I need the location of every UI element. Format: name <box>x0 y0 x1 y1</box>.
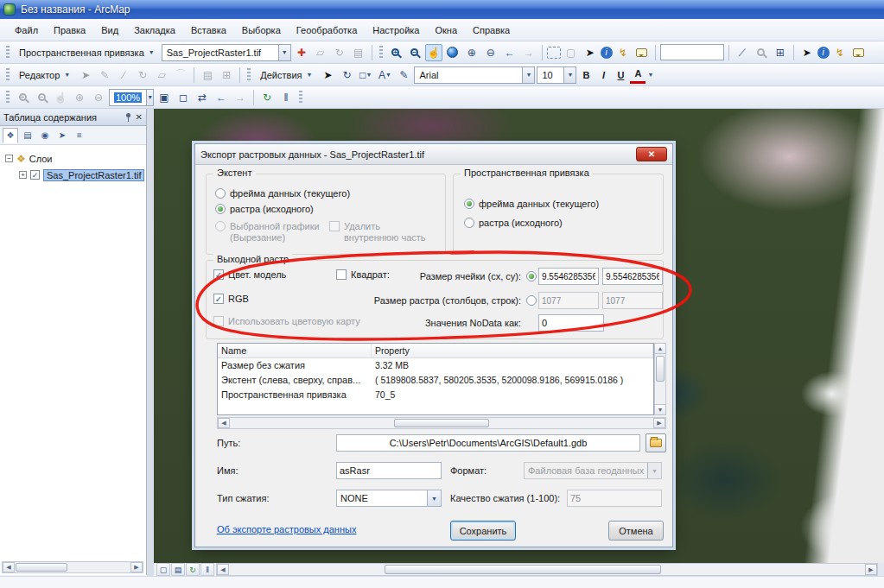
scroll-left-icon[interactable]: ◀ <box>217 564 229 575</box>
pan-tool-icon[interactable]: ☝ <box>425 44 442 61</box>
scroll-right-icon[interactable]: ▶ <box>130 562 143 572</box>
layout-fixed-zoom-in-icon[interactable]: ⊕ <box>71 89 88 106</box>
hyperlink-icon[interactable]: ↯ <box>614 44 632 61</box>
identify-icon[interactable]: i <box>601 47 613 59</box>
dialog-close-button[interactable]: ✕ <box>636 147 667 161</box>
select-features-icon[interactable] <box>547 47 561 59</box>
pause-drawing-icon[interactable]: ‖ <box>200 563 214 576</box>
link-table-icon[interactable]: ▤ <box>350 44 367 61</box>
cancel-button[interactable]: Отмена <box>608 521 664 541</box>
italic-button[interactable]: I <box>595 66 611 84</box>
menu-selection[interactable]: Выборка <box>234 22 289 39</box>
zoom-out-icon[interactable]: − <box>406 44 423 61</box>
menu-geoprocessing[interactable]: Геообработка <box>289 22 366 39</box>
collapse-icon[interactable]: − <box>5 155 13 162</box>
cell-size-radio[interactable] <box>526 271 537 281</box>
full-extent-icon[interactable] <box>444 44 461 61</box>
scroll-left-icon[interactable]: ◀ <box>3 562 15 572</box>
radio-checked-icon[interactable] <box>215 204 226 214</box>
browse-button[interactable] <box>646 433 666 452</box>
layer-visibility-checkbox[interactable]: ✓ <box>30 170 40 180</box>
font-size-combo[interactable]: 10 ▼ <box>537 66 576 84</box>
xy-icon[interactable]: ⊞ <box>772 44 789 61</box>
pause-drawing-icon[interactable]: ‖ <box>277 89 295 106</box>
table-row[interactable]: Экстент (слева, сверху, справ... ( 51898… <box>218 373 653 388</box>
drawing-dropdown[interactable]: Действия ▼ <box>255 68 317 82</box>
editor-dropdown[interactable]: Редактор ▼ <box>14 68 75 82</box>
panel-splitter[interactable] <box>147 109 154 588</box>
menu-edit[interactable]: Правка <box>46 22 93 39</box>
scroll-left-icon[interactable]: ◀ <box>218 418 230 428</box>
select-elements-icon[interactable]: ➤ <box>582 44 599 61</box>
spatial-raster-option[interactable]: растра (исходного) <box>464 218 563 229</box>
scroll-right-icon[interactable]: ▶ <box>865 564 877 575</box>
find-icon[interactable] <box>753 44 770 61</box>
checkbox-checked-icon[interactable]: ✓ <box>213 269 224 280</box>
zoom-percent-combo[interactable]: 100% ▼ <box>109 89 154 106</box>
toolbar-grip[interactable] <box>299 91 302 104</box>
cut-polygon-icon[interactable]: ▱ <box>153 66 170 84</box>
save-button[interactable]: Сохранить <box>450 521 516 541</box>
georeferencing-layer-combo[interactable]: Sas_ProjectRaster1.tif ▼ <box>162 44 291 61</box>
column-header-name[interactable]: Name <box>218 344 372 357</box>
split-tool-icon[interactable]: ∕ <box>115 66 132 84</box>
zoom-100-icon[interactable]: ◻ <box>175 89 192 106</box>
checkbox-icon[interactable] <box>336 269 347 280</box>
data-view-button[interactable]: ▢ <box>156 563 170 576</box>
toc-horizontal-scrollbar[interactable]: ◀ ▶ <box>2 561 143 573</box>
toolbar-grip[interactable] <box>379 46 383 60</box>
text-tool-icon[interactable]: A▼ <box>376 66 393 84</box>
radio-icon[interactable] <box>215 188 226 199</box>
toggle-draft-icon[interactable]: ⇄ <box>194 89 211 106</box>
table-row[interactable]: Размер без сжатия 3.32 MB <box>218 358 653 373</box>
toolbar-grip[interactable] <box>6 46 10 60</box>
layout-view-button[interactable]: ▤ <box>171 563 185 576</box>
lightning-icon[interactable]: ↯ <box>831 44 849 61</box>
extent-dataframe-option[interactable]: фрейма данных (текущего) <box>215 188 350 199</box>
underline-button[interactable]: U <box>613 66 628 84</box>
list-by-drawing-order-tab[interactable]: ❖ <box>3 128 18 143</box>
table-vertical-scrollbar[interactable]: ▲ ▼ <box>654 343 666 415</box>
path-input[interactable] <box>336 434 640 452</box>
name-input[interactable] <box>336 462 442 479</box>
pencil-tool-icon[interactable]: ✎ <box>395 66 412 84</box>
layout-fixed-zoom-out-icon[interactable]: ⊖ <box>90 89 107 106</box>
toc-options-tab[interactable]: ≡ <box>72 128 87 143</box>
rotate-tool-icon[interactable]: ↻ <box>134 66 151 84</box>
menu-customize[interactable]: Настройка <box>365 22 427 39</box>
font-combo[interactable]: Arial ▼ <box>414 66 535 84</box>
layer-row[interactable]: + ✓ Sas_ProjectRaster1.tif <box>0 167 146 183</box>
menu-insert[interactable]: Вставка <box>183 22 234 39</box>
pin-icon[interactable] <box>124 112 132 123</box>
table-row[interactable]: Пространственная привязка 70_5 <box>218 388 653 402</box>
rotate-raster-icon[interactable]: ↻ <box>331 44 348 61</box>
popup-icon[interactable] <box>850 44 868 61</box>
menu-view[interactable]: Вид <box>93 22 126 39</box>
cell-size-y-input[interactable] <box>602 268 663 285</box>
scroll-down-icon[interactable]: ▼ <box>654 404 666 415</box>
table-horizontal-scrollbar[interactable]: ◀ ▶ <box>217 417 666 429</box>
font-color-button[interactable]: A <box>630 66 646 84</box>
select-elements-icon[interactable]: ➤ <box>319 66 336 84</box>
fixed-zoom-out-icon[interactable]: ⊖ <box>482 44 499 61</box>
go-forward-extent-icon[interactable]: → <box>520 44 537 61</box>
bold-button[interactable]: B <box>578 66 594 84</box>
color-model-checkbox[interactable]: ✓ Цвет. модель <box>213 269 286 281</box>
compression-combo[interactable]: NONE ▼ <box>336 490 442 507</box>
layers-root-row[interactable]: − ❖ Слои <box>0 150 146 167</box>
list-by-source-tab[interactable]: ▤ <box>20 128 35 143</box>
html-popup-icon[interactable] <box>633 44 651 61</box>
checkbox-checked-icon[interactable]: ✓ <box>213 294 224 304</box>
rotate-element-icon[interactable]: ↻ <box>338 66 355 84</box>
sketch-tool-icon[interactable]: ✎ <box>96 66 113 84</box>
auto-adjust-icon[interactable]: ▱ <box>312 44 329 61</box>
select-elements-icon[interactable]: ➤ <box>798 44 816 61</box>
measure-icon[interactable]: ⟋ <box>734 44 751 61</box>
fixed-zoom-in-icon[interactable]: ⊕ <box>463 44 480 61</box>
create-features-icon[interactable]: ⊞ <box>218 66 235 84</box>
column-header-property[interactable]: Property <box>372 344 653 357</box>
extent-raster-option[interactable]: растра (исходного) <box>215 204 314 215</box>
menu-bookmark[interactable]: Закладка <box>126 22 183 39</box>
toolbar-grip[interactable] <box>6 68 10 82</box>
close-icon[interactable]: ✕ <box>136 112 143 122</box>
